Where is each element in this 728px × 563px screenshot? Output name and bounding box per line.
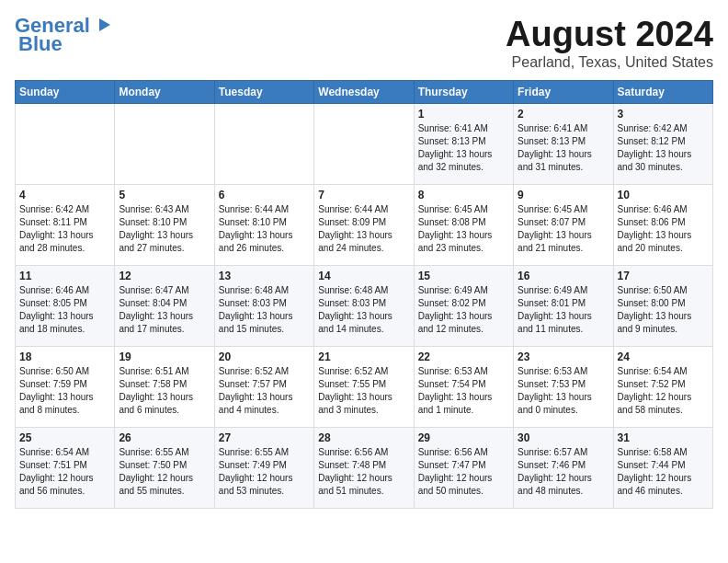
day-info: Sunrise: 6:55 AM Sunset: 7:49 PM Dayligh… (219, 446, 310, 498)
day-info: Sunrise: 6:43 AM Sunset: 8:10 PM Dayligh… (119, 203, 210, 255)
calendar-cell: 23Sunrise: 6:53 AM Sunset: 7:53 PM Dayli… (514, 347, 613, 428)
calendar-cell: 5Sunrise: 6:43 AM Sunset: 8:10 PM Daylig… (115, 185, 214, 266)
day-number: 27 (219, 431, 310, 444)
col-header-saturday: Saturday (613, 81, 712, 104)
calendar-cell: 19Sunrise: 6:51 AM Sunset: 7:58 PM Dayli… (115, 347, 214, 428)
day-info: Sunrise: 6:53 AM Sunset: 7:53 PM Dayligh… (518, 365, 609, 417)
day-number: 10 (618, 189, 709, 201)
calendar-cell: 1Sunrise: 6:41 AM Sunset: 8:13 PM Daylig… (414, 104, 513, 185)
day-info: Sunrise: 6:46 AM Sunset: 8:05 PM Dayligh… (19, 284, 110, 336)
calendar-cell: 2Sunrise: 6:41 AM Sunset: 8:13 PM Daylig… (514, 104, 613, 185)
logo-blue-text: Blue (18, 33, 63, 55)
col-header-friday: Friday (514, 81, 613, 104)
day-info: Sunrise: 6:42 AM Sunset: 8:12 PM Dayligh… (618, 122, 709, 174)
day-info: Sunrise: 6:58 AM Sunset: 7:44 PM Dayligh… (618, 446, 709, 498)
calendar-cell: 17Sunrise: 6:50 AM Sunset: 8:00 PM Dayli… (613, 266, 712, 347)
day-number: 8 (418, 189, 509, 201)
calendar-cell: 31Sunrise: 6:58 AM Sunset: 7:44 PM Dayli… (613, 428, 712, 509)
day-info: Sunrise: 6:45 AM Sunset: 8:07 PM Dayligh… (518, 203, 609, 255)
calendar-cell (16, 104, 115, 185)
day-info: Sunrise: 6:53 AM Sunset: 7:54 PM Dayligh… (418, 365, 509, 417)
day-info: Sunrise: 6:50 AM Sunset: 7:59 PM Dayligh… (19, 365, 110, 417)
calendar-cell (314, 104, 414, 185)
day-number: 17 (618, 270, 709, 282)
day-info: Sunrise: 6:48 AM Sunset: 8:03 PM Dayligh… (219, 284, 310, 336)
day-info: Sunrise: 6:47 AM Sunset: 8:04 PM Dayligh… (119, 284, 210, 336)
location-title: Pearland, Texas, United States (506, 54, 713, 71)
day-info: Sunrise: 6:52 AM Sunset: 7:57 PM Dayligh… (219, 365, 310, 417)
day-number: 31 (618, 431, 709, 444)
calendar-cell (214, 104, 313, 185)
day-info: Sunrise: 6:57 AM Sunset: 7:46 PM Dayligh… (518, 446, 609, 498)
calendar-cell: 4Sunrise: 6:42 AM Sunset: 8:11 PM Daylig… (16, 185, 115, 266)
col-header-thursday: Thursday (414, 81, 513, 104)
calendar-cell: 7Sunrise: 6:44 AM Sunset: 8:09 PM Daylig… (314, 185, 414, 266)
day-info: Sunrise: 6:54 AM Sunset: 7:51 PM Dayligh… (19, 446, 110, 498)
day-number: 24 (618, 350, 709, 363)
day-info: Sunrise: 6:55 AM Sunset: 7:50 PM Dayligh… (119, 446, 210, 498)
day-info: Sunrise: 6:50 AM Sunset: 8:00 PM Dayligh… (618, 284, 709, 336)
day-number: 26 (119, 431, 210, 444)
calendar-table: SundayMondayTuesdayWednesdayThursdayFrid… (15, 80, 713, 509)
calendar-cell: 8Sunrise: 6:45 AM Sunset: 8:08 PM Daylig… (414, 185, 513, 266)
logo-icon (92, 15, 112, 35)
day-number: 4 (19, 189, 110, 201)
calendar-cell: 30Sunrise: 6:57 AM Sunset: 7:46 PM Dayli… (514, 428, 613, 509)
header: General Blue August 2024 Pearland, Texas… (15, 15, 713, 71)
day-number: 16 (518, 270, 609, 282)
col-header-wednesday: Wednesday (314, 81, 414, 104)
day-number: 3 (618, 108, 709, 121)
calendar-cell (115, 104, 214, 185)
calendar-cell: 18Sunrise: 6:50 AM Sunset: 7:59 PM Dayli… (16, 347, 115, 428)
day-info: Sunrise: 6:49 AM Sunset: 8:02 PM Dayligh… (418, 284, 509, 336)
day-info: Sunrise: 6:44 AM Sunset: 8:10 PM Dayligh… (219, 203, 310, 255)
calendar-cell: 24Sunrise: 6:54 AM Sunset: 7:52 PM Dayli… (613, 347, 712, 428)
day-info: Sunrise: 6:44 AM Sunset: 8:09 PM Dayligh… (318, 203, 409, 255)
logo: General Blue (15, 15, 112, 55)
day-number: 29 (418, 431, 509, 444)
col-header-sunday: Sunday (16, 81, 115, 104)
calendar-cell: 12Sunrise: 6:47 AM Sunset: 8:04 PM Dayli… (115, 266, 214, 347)
calendar-cell: 3Sunrise: 6:42 AM Sunset: 8:12 PM Daylig… (613, 104, 712, 185)
day-number: 5 (119, 189, 210, 201)
day-number: 19 (119, 350, 210, 363)
day-number: 7 (318, 189, 409, 201)
day-info: Sunrise: 6:42 AM Sunset: 8:11 PM Dayligh… (19, 203, 110, 255)
calendar-cell: 6Sunrise: 6:44 AM Sunset: 8:10 PM Daylig… (214, 185, 313, 266)
day-number: 1 (418, 108, 509, 121)
day-number: 21 (318, 350, 409, 363)
calendar-cell: 29Sunrise: 6:56 AM Sunset: 7:47 PM Dayli… (414, 428, 513, 509)
day-info: Sunrise: 6:56 AM Sunset: 7:48 PM Dayligh… (318, 446, 409, 498)
calendar-cell: 27Sunrise: 6:55 AM Sunset: 7:49 PM Dayli… (214, 428, 313, 509)
calendar-cell: 20Sunrise: 6:52 AM Sunset: 7:57 PM Dayli… (214, 347, 313, 428)
calendar-cell: 9Sunrise: 6:45 AM Sunset: 8:07 PM Daylig… (514, 185, 613, 266)
day-number: 22 (418, 350, 509, 363)
day-info: Sunrise: 6:48 AM Sunset: 8:03 PM Dayligh… (318, 284, 409, 336)
col-header-monday: Monday (115, 81, 214, 104)
svg-marker-0 (99, 18, 110, 31)
calendar-cell: 14Sunrise: 6:48 AM Sunset: 8:03 PM Dayli… (314, 266, 414, 347)
calendar-cell: 10Sunrise: 6:46 AM Sunset: 8:06 PM Dayli… (613, 185, 712, 266)
calendar-cell: 13Sunrise: 6:48 AM Sunset: 8:03 PM Dayli… (214, 266, 313, 347)
calendar-cell: 16Sunrise: 6:49 AM Sunset: 8:01 PM Dayli… (514, 266, 613, 347)
day-number: 14 (318, 270, 409, 282)
day-info: Sunrise: 6:41 AM Sunset: 8:13 PM Dayligh… (418, 122, 509, 174)
calendar-cell: 28Sunrise: 6:56 AM Sunset: 7:48 PM Dayli… (314, 428, 414, 509)
day-number: 30 (518, 431, 609, 444)
calendar-cell: 11Sunrise: 6:46 AM Sunset: 8:05 PM Dayli… (16, 266, 115, 347)
day-number: 9 (518, 189, 609, 201)
col-header-tuesday: Tuesday (214, 81, 313, 104)
day-number: 28 (318, 431, 409, 444)
calendar-cell: 22Sunrise: 6:53 AM Sunset: 7:54 PM Dayli… (414, 347, 513, 428)
calendar-cell: 15Sunrise: 6:49 AM Sunset: 8:02 PM Dayli… (414, 266, 513, 347)
day-number: 23 (518, 350, 609, 363)
day-number: 12 (119, 270, 210, 282)
day-info: Sunrise: 6:54 AM Sunset: 7:52 PM Dayligh… (618, 365, 709, 417)
day-number: 11 (19, 270, 110, 282)
day-number: 18 (19, 350, 110, 363)
day-number: 6 (219, 189, 310, 201)
calendar-cell: 25Sunrise: 6:54 AM Sunset: 7:51 PM Dayli… (16, 428, 115, 509)
day-info: Sunrise: 6:51 AM Sunset: 7:58 PM Dayligh… (119, 365, 210, 417)
day-info: Sunrise: 6:46 AM Sunset: 8:06 PM Dayligh… (618, 203, 709, 255)
title-block: August 2024 Pearland, Texas, United Stat… (506, 15, 713, 71)
